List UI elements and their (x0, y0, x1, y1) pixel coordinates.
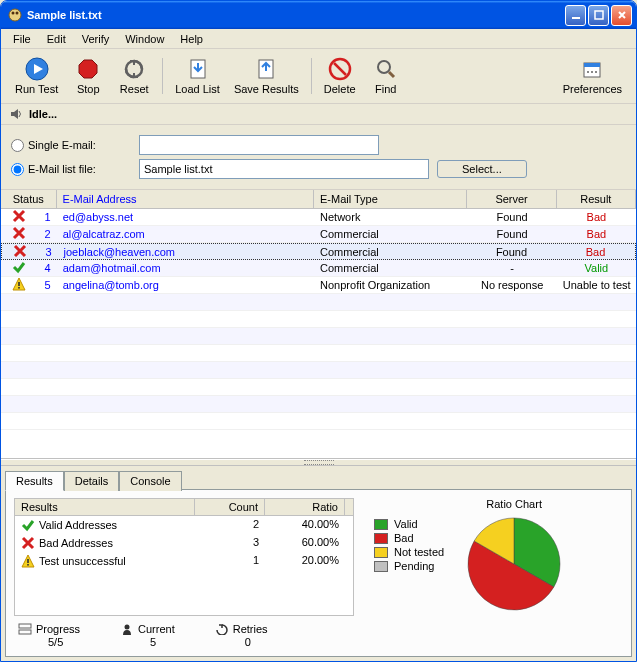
menu-edit[interactable]: Edit (39, 31, 74, 47)
app-icon (7, 7, 23, 23)
load-list-button[interactable]: Load List (169, 55, 226, 97)
svg-rect-17 (18, 287, 20, 289)
col-server[interactable]: Server (467, 190, 556, 208)
menu-help[interactable]: Help (172, 31, 211, 47)
window-title: Sample list.txt (27, 9, 565, 21)
status-icon (21, 518, 35, 532)
legend-box-bad (374, 533, 388, 544)
svg-rect-20 (19, 624, 31, 628)
col-result[interactable]: Result (557, 190, 636, 208)
results-row: Valid Addresses240.00% (15, 516, 353, 534)
single-email-input[interactable] (139, 135, 379, 155)
svg-point-2 (16, 12, 19, 15)
table-row[interactable]: 3joeblack@heaven.comCommercialFoundBad (1, 243, 636, 260)
titlebar: Sample list.txt (1, 1, 636, 29)
svg-point-13 (587, 71, 589, 73)
svg-point-15 (595, 71, 597, 73)
retries-value: 0 (215, 636, 268, 648)
col-type[interactable]: E-Mail Type (314, 190, 468, 208)
email-grid[interactable]: Status E-Mail Address E-Mail Type Server… (1, 190, 636, 459)
status-icon (12, 277, 26, 291)
chart-legend: Valid Bad Not tested Pending (374, 498, 444, 616)
menu-verify[interactable]: Verify (74, 31, 118, 47)
load-icon (186, 57, 210, 81)
list-file-input[interactable] (139, 159, 429, 179)
preferences-button[interactable]: Preferences (557, 55, 628, 97)
delete-button[interactable]: Delete (318, 55, 362, 97)
ratio-chart: Ratio Chart (464, 498, 564, 616)
chart-title: Ratio Chart (464, 498, 564, 510)
svg-rect-19 (27, 564, 29, 566)
run-test-button[interactable]: Run Test (9, 55, 64, 97)
table-row-empty (1, 362, 636, 379)
tab-results[interactable]: Results (5, 471, 64, 491)
col-status[interactable]: Status (1, 190, 57, 208)
svg-rect-21 (19, 630, 31, 634)
close-button[interactable] (611, 5, 632, 26)
table-row[interactable]: 5angelina@tomb.orgNonprofit Organization… (1, 277, 636, 294)
status-icon (13, 244, 27, 258)
svg-point-22 (125, 625, 130, 630)
res-col-label: Results (15, 499, 195, 515)
list-file-radio-label[interactable]: E-Mail list file: (11, 163, 131, 176)
person-icon (120, 622, 134, 636)
status-icon (12, 209, 26, 223)
menu-file[interactable]: File (5, 31, 39, 47)
maximize-button[interactable] (588, 5, 609, 26)
status-text: Idle... (29, 108, 57, 120)
splitter[interactable] (1, 459, 636, 466)
retries-icon (215, 622, 229, 636)
reset-button[interactable]: Reset (112, 55, 156, 97)
find-button[interactable]: Find (364, 55, 408, 97)
svg-rect-4 (595, 11, 603, 19)
minimize-button[interactable] (565, 5, 586, 26)
menubar: File Edit Verify Window Help (1, 29, 636, 49)
current-value: 5 (120, 636, 175, 648)
select-button[interactable]: Select... (437, 160, 527, 178)
preferences-icon (580, 57, 604, 81)
svg-marker-6 (79, 60, 97, 78)
table-row-empty (1, 294, 636, 311)
table-row-empty (1, 328, 636, 345)
table-row[interactable]: 1ed@abyss.netNetworkFoundBad (1, 209, 636, 226)
menu-window[interactable]: Window (117, 31, 172, 47)
legend-box-valid (374, 519, 388, 530)
tab-console[interactable]: Console (119, 471, 181, 491)
results-row: Bad Addresses360.00% (15, 534, 353, 552)
status-icon (12, 226, 26, 240)
progress-value: 5/5 (18, 636, 80, 648)
bottom-tabs: Results Details Console (5, 470, 632, 490)
stop-button[interactable]: Stop (66, 55, 110, 97)
svg-rect-16 (18, 282, 20, 286)
delete-icon (328, 57, 352, 81)
table-row[interactable]: 4adam@hotmail.comCommercial-Valid (1, 260, 636, 277)
play-icon (25, 57, 49, 81)
svg-point-10 (378, 61, 390, 73)
find-icon (374, 57, 398, 81)
single-email-radio-label[interactable]: Single E-mail: (11, 139, 131, 152)
tab-details[interactable]: Details (64, 471, 120, 491)
progress-icon (18, 622, 32, 636)
toolbar: Run Test Stop Reset Load List Save Resul… (1, 49, 636, 104)
stop-icon (76, 57, 100, 81)
status-icon (12, 260, 26, 274)
tab-content: Results Count Ratio Valid Addresses240.0… (5, 489, 632, 657)
status-icon (21, 554, 35, 568)
svg-rect-12 (584, 63, 600, 67)
table-row-empty (1, 413, 636, 430)
table-row-empty (1, 311, 636, 328)
reset-icon (122, 57, 146, 81)
svg-rect-3 (572, 17, 580, 19)
status-bar: Idle... (1, 104, 636, 125)
svg-point-0 (9, 9, 21, 21)
table-row[interactable]: 2al@alcatraz.comCommercialFoundBad (1, 226, 636, 243)
save-results-button[interactable]: Save Results (228, 55, 305, 97)
table-row-empty (1, 345, 636, 362)
res-col-ratio: Ratio (265, 499, 345, 515)
list-file-radio[interactable] (11, 163, 24, 176)
legend-box-pending (374, 561, 388, 572)
svg-point-1 (12, 12, 15, 15)
single-email-radio[interactable] (11, 139, 24, 152)
col-email[interactable]: E-Mail Address (57, 190, 314, 208)
grid-header: Status E-Mail Address E-Mail Type Server… (1, 190, 636, 209)
